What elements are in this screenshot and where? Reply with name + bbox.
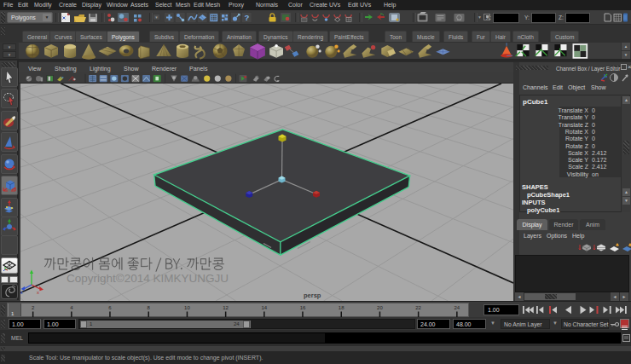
svg-text:x: x xyxy=(37,290,39,295)
svg-text:Copyright©2014 KIMKYUNGJU: Copyright©2014 KIMKYUNGJU xyxy=(67,272,229,285)
svg-text:persp: persp xyxy=(304,292,321,299)
svg-text:?: ? xyxy=(245,13,250,22)
svg-text:z: z xyxy=(20,290,23,295)
